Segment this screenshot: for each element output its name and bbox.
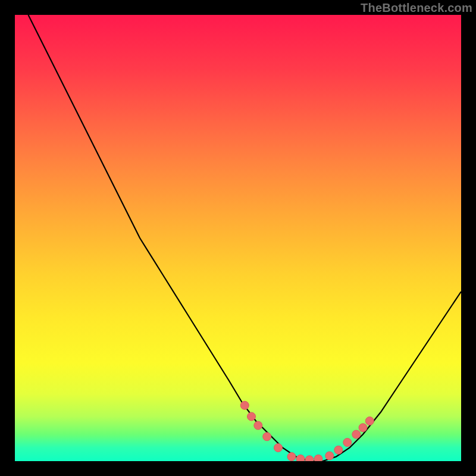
marker-dot bbox=[274, 444, 283, 452]
marker-dot bbox=[343, 439, 352, 447]
marker-dot bbox=[248, 412, 256, 421]
marker-dot bbox=[305, 456, 314, 461]
marker-dot bbox=[254, 421, 262, 430]
marker-dot bbox=[287, 453, 296, 461]
marker-dot bbox=[334, 446, 343, 454]
highlight-markers bbox=[240, 401, 374, 461]
marker-dot bbox=[365, 417, 374, 425]
plot-svg bbox=[15, 15, 461, 461]
marker-dot bbox=[314, 455, 322, 461]
plot-area bbox=[15, 15, 461, 461]
watermark-text: TheBottleneck.com bbox=[361, 1, 472, 15]
bottleneck-curve bbox=[29, 15, 462, 461]
marker-dot bbox=[352, 430, 361, 439]
marker-dot bbox=[296, 455, 305, 461]
marker-dot bbox=[325, 452, 334, 460]
marker-dot bbox=[263, 433, 271, 441]
marker-dot bbox=[240, 401, 249, 409]
chart-stage: TheBottleneck.com bbox=[0, 0, 476, 476]
marker-dot bbox=[359, 424, 367, 432]
